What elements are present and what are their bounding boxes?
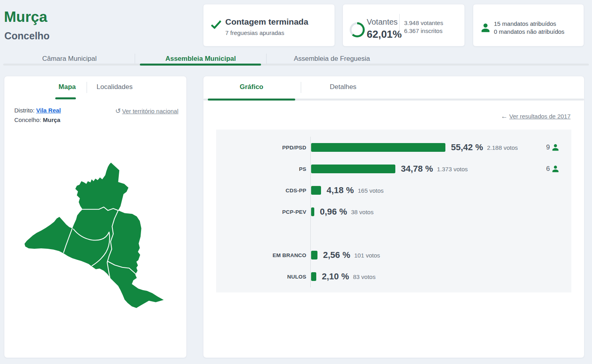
concelho-map[interactable] xyxy=(12,149,182,316)
results-2017-link-text: Ver resultados de 2017 xyxy=(509,113,571,120)
percent-label: 2,56 % xyxy=(323,250,350,260)
party-label: NULOS xyxy=(216,274,306,280)
results-tab-active-indicator xyxy=(208,99,295,101)
tab-grafico[interactable]: Gráfico xyxy=(239,83,264,91)
person-icon xyxy=(551,165,559,173)
party-label: CDS-PP xyxy=(216,188,306,194)
mandates: 6 xyxy=(546,165,559,173)
chart-row: EM BRANCO 2,56 % 101 votos xyxy=(216,251,571,259)
page-subtitle: Concelho xyxy=(4,30,50,42)
counting-status-title: Contagem terminada xyxy=(225,17,308,27)
percent-label: 34,78 % xyxy=(401,164,433,174)
person-icon xyxy=(480,22,491,34)
results-bar-chart: PPD/PSD 55,42 % 2.188 votos 9 PS 34,78 %… xyxy=(216,130,571,292)
party-label: PPD/PSD xyxy=(216,145,306,151)
national-territory-link-text: Ver território nacional xyxy=(122,108,178,114)
turnout-card: Votantes 62,01% 3.948 votantes 6.367 ins… xyxy=(342,4,465,46)
chart-row: PPD/PSD 55,42 % 2.188 votos 9 xyxy=(216,143,571,152)
votes-label: 1.373 votos xyxy=(437,166,468,172)
percent-label: 4,18 % xyxy=(327,185,354,196)
district-label: Distrito: xyxy=(14,107,35,114)
map-panel: Mapa Localidades Distrito: Vila Real ↺Ve… xyxy=(4,76,187,358)
votes-label: 83 votos xyxy=(353,273,376,280)
tab-detalhes[interactable]: Detalhes xyxy=(330,83,356,91)
mandates: 9 xyxy=(546,143,559,152)
tab-assembleia-municipal[interactable]: Assembleia Municipal xyxy=(135,54,266,65)
votes-label: 101 votos xyxy=(354,252,380,259)
tab-camara-municipal[interactable]: Câmara Municipal xyxy=(4,54,135,65)
turnout-label: Votantes xyxy=(367,17,398,27)
main-tab-track xyxy=(3,64,589,66)
tab-assembleia-freguesia[interactable]: Assembleia de Freguesia xyxy=(267,54,397,65)
back-arrow-icon: ← xyxy=(501,112,508,120)
tab-localidades[interactable]: Localidades xyxy=(97,83,133,91)
mandates-count: 9 xyxy=(546,143,550,151)
undo-icon: ↺ xyxy=(115,107,121,115)
mandates-assigned: 15 mandatos atribuídos xyxy=(494,20,556,27)
district-link[interactable]: Vila Real xyxy=(36,107,61,114)
result-bar xyxy=(311,143,445,152)
concelho-label: Concelho: xyxy=(14,116,41,123)
party-label: PCP-PEV xyxy=(216,209,306,215)
concelho-line: Concelho: Murça xyxy=(14,116,60,123)
party-label: EM BRANCO xyxy=(216,252,306,258)
result-bar xyxy=(311,165,395,173)
result-bar xyxy=(311,207,314,216)
mapa-tab-active-indicator xyxy=(55,97,76,99)
card-divider xyxy=(399,14,400,38)
page-title: Murça xyxy=(4,9,47,25)
party-label: PS xyxy=(216,166,306,172)
result-bar xyxy=(311,272,316,281)
counting-status-card: Contagem terminada 7 freguesias apuradas xyxy=(203,4,335,46)
chart-rows: PPD/PSD 55,42 % 2.188 votos 9 PS 34,78 %… xyxy=(216,143,571,281)
results-2017-link[interactable]: ←Ver resultados de 2017 xyxy=(501,112,571,120)
mandates-card: 15 mandatos atribuídos 0 mandatos não at… xyxy=(473,4,584,46)
percent-label: 55,42 % xyxy=(451,142,483,153)
result-bar xyxy=(311,186,321,195)
counting-status-subtitle: 7 freguesias apuradas xyxy=(225,29,284,36)
tab-mapa[interactable]: Mapa xyxy=(55,83,79,91)
chart-row: PCP-PEV 0,96 % 38 votos xyxy=(216,207,571,216)
percent-label: 2,10 % xyxy=(322,271,349,282)
results-panel: Gráfico Detalhes ←Ver resultados de 2017… xyxy=(203,76,584,358)
map-outline xyxy=(25,163,164,308)
check-icon xyxy=(211,18,221,29)
votes-label: 2.188 votos xyxy=(487,144,518,151)
chart-row: PS 34,78 % 1.373 votos 6 xyxy=(216,165,571,173)
main-tab-bar: Câmara Municipal Assembleia Municipal As… xyxy=(4,54,397,65)
concelho-value: Murça xyxy=(43,116,60,123)
mandates-count: 6 xyxy=(546,165,550,173)
person-icon xyxy=(551,143,559,152)
turnout-progress-ring xyxy=(350,22,365,37)
tab-divider xyxy=(87,82,87,93)
mandates-unassigned: 0 mandatos não atribuídos xyxy=(494,28,565,35)
votes-label: 165 votos xyxy=(358,187,384,194)
votes-label: 38 votos xyxy=(351,209,374,215)
turnout-inscritos: 6.367 inscritos xyxy=(404,27,443,34)
result-bar xyxy=(311,251,317,259)
percent-label: 0,96 % xyxy=(320,207,347,217)
main-tab-active-indicator xyxy=(140,64,261,66)
turnout-percent: 62,01% xyxy=(367,28,402,41)
tab-divider xyxy=(301,82,301,93)
district-line: Distrito: Vila Real xyxy=(14,107,61,114)
chart-row: CDS-PP 4,18 % 165 votos xyxy=(216,186,571,195)
turnout-votantes: 3.948 votantes xyxy=(404,19,443,26)
chart-row: NULOS 2,10 % 83 votos xyxy=(216,272,571,281)
national-territory-link[interactable]: ↺Ver território nacional xyxy=(115,107,178,115)
